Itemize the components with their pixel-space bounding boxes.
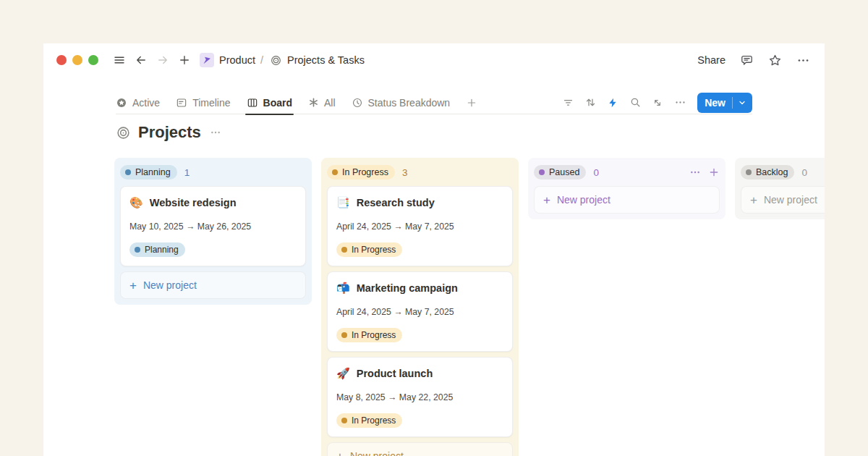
status-dot-icon <box>332 169 338 175</box>
search-icon[interactable] <box>626 94 644 111</box>
titlebar: Product / Projects & Tasks Share <box>43 43 825 77</box>
column-count: 3 <box>402 167 408 178</box>
card-date-range: April 24, 2025 → May 7, 2025 <box>336 307 503 318</box>
sort-icon[interactable] <box>582 94 599 111</box>
minimize-window-button[interactable] <box>72 55 82 65</box>
page-title: Projects <box>138 123 201 142</box>
expand-icon[interactable] <box>649 94 666 111</box>
tab-active[interactable]: Active <box>116 91 160 114</box>
titlebar-actions: Share <box>697 54 810 67</box>
tab-status-breakdown[interactable]: Status Breakdown <box>352 91 451 114</box>
card-date-range: May 8, 2025 → May 22, 2025 <box>336 392 503 403</box>
column-count: 0 <box>801 167 807 178</box>
back-icon[interactable] <box>132 51 150 69</box>
timeline-icon <box>176 97 187 109</box>
card-title: 🚀 Product launch <box>336 366 503 381</box>
card-date-range: April 24, 2025 → May 7, 2025 <box>336 221 503 232</box>
status-dot-icon <box>341 247 347 253</box>
plus-icon: + <box>129 279 137 292</box>
new-project-button[interactable]: + New project <box>741 186 825 214</box>
column-header: Paused 0 <box>534 163 720 182</box>
tab-board[interactable]: Board <box>247 91 292 114</box>
column-header: Backlog 0 <box>741 163 825 182</box>
status-dot-icon <box>539 169 545 175</box>
filter-icon[interactable] <box>559 94 576 111</box>
card-research-study[interactable]: 📑 Research study April 24, 2025 → May 7,… <box>327 186 513 266</box>
column-count: 1 <box>184 167 190 178</box>
window-controls <box>56 55 98 65</box>
new-page-icon[interactable] <box>175 51 194 69</box>
card-date-range: May 10, 2025 → May 26, 2025 <box>129 221 297 232</box>
column-in-progress: In Progress 3 📑 Research study April 24,… <box>321 158 519 456</box>
column-header: In Progress 3 <box>327 163 513 182</box>
view-more-icon[interactable] <box>671 94 689 111</box>
breadcrumb-workspace[interactable]: Product <box>219 54 255 66</box>
plus-icon: + <box>543 194 550 206</box>
board: Planning 1 🎨 Website redesign May 10, 20… <box>114 158 825 456</box>
card-status-pill: In Progress <box>336 328 402 342</box>
rocket-emoji-icon: 🚀 <box>336 366 350 381</box>
star-circle-icon <box>116 97 127 109</box>
status-dot-icon <box>746 169 752 175</box>
status-pill[interactable]: Backlog <box>741 165 794 180</box>
close-window-button[interactable] <box>56 55 67 65</box>
comments-icon[interactable] <box>740 54 754 67</box>
palette-emoji-icon: 🎨 <box>129 195 143 210</box>
status-pill[interactable]: Planning <box>120 165 177 180</box>
plus-icon: + <box>750 194 757 206</box>
target-icon <box>270 54 282 67</box>
more-options-icon[interactable] <box>796 54 810 67</box>
new-project-button[interactable]: + New project <box>120 271 306 299</box>
card-title: 📑 Research study <box>336 195 503 210</box>
app-window: Product / Projects & Tasks Share Active <box>43 43 825 456</box>
card-title: 🎨 Website redesign <box>129 195 297 210</box>
page-title-row: Projects <box>116 123 221 142</box>
card-marketing-campaign[interactable]: 📬 Marketing campaign April 24, 2025 → Ma… <box>327 271 513 352</box>
view-toolbar: Active Timeline Board All Status Breakdo… <box>116 91 752 114</box>
new-project-button[interactable]: + New project <box>327 442 513 456</box>
workspace-logo-icon[interactable] <box>200 53 214 67</box>
card-status-pill: In Progress <box>336 242 402 257</box>
mailbox-emoji-icon: 📬 <box>336 281 350 295</box>
status-dot-icon <box>341 418 347 423</box>
chevron-down-icon[interactable] <box>738 98 752 107</box>
favorite-star-icon[interactable] <box>768 54 782 67</box>
card-title: 📬 Marketing campaign <box>336 281 503 295</box>
column-header: Planning 1 <box>120 163 306 182</box>
plus-icon: + <box>336 450 344 456</box>
card-website-redesign[interactable]: 🎨 Website redesign May 10, 2025 → May 26… <box>120 186 306 266</box>
tab-timeline[interactable]: Timeline <box>176 91 230 114</box>
sidebar-toggle-icon[interactable] <box>110 51 129 69</box>
column-add-icon[interactable] <box>708 166 720 178</box>
clock-icon <box>352 97 363 109</box>
column-more-icon[interactable] <box>689 166 701 178</box>
bookmark-tabs-emoji-icon: 📑 <box>336 195 350 210</box>
tab-all[interactable]: All <box>308 91 336 114</box>
breadcrumb-page[interactable]: Projects & Tasks <box>287 54 365 66</box>
page-more-icon[interactable] <box>210 127 221 138</box>
asterisk-icon <box>308 97 319 108</box>
column-backlog: Backlog 0 + New project <box>735 158 825 219</box>
share-button[interactable]: Share <box>697 54 726 66</box>
new-project-button[interactable]: + New project <box>534 186 720 214</box>
zoom-window-button[interactable] <box>88 55 98 65</box>
card-status-pill: In Progress <box>336 413 402 428</box>
card-product-launch[interactable]: 🚀 Product launch May 8, 2025 → May 22, 2… <box>327 357 513 437</box>
new-button[interactable]: New <box>697 93 752 113</box>
column-planning: Planning 1 🎨 Website redesign May 10, 20… <box>114 158 312 305</box>
board-icon <box>247 97 258 109</box>
target-icon <box>116 125 131 140</box>
status-pill[interactable]: Paused <box>534 165 586 180</box>
breadcrumb-separator: / <box>260 54 263 66</box>
column-count: 0 <box>593 167 599 178</box>
status-dot-icon <box>125 169 131 175</box>
status-pill[interactable]: In Progress <box>327 165 395 180</box>
forward-icon[interactable] <box>153 51 172 69</box>
status-dot-icon <box>135 247 140 253</box>
card-status-pill: Planning <box>129 242 185 257</box>
add-view-icon[interactable] <box>466 91 477 114</box>
column-paused: Paused 0 + New project <box>528 158 726 219</box>
status-dot-icon <box>341 332 347 338</box>
automations-lightning-icon[interactable] <box>604 94 621 111</box>
